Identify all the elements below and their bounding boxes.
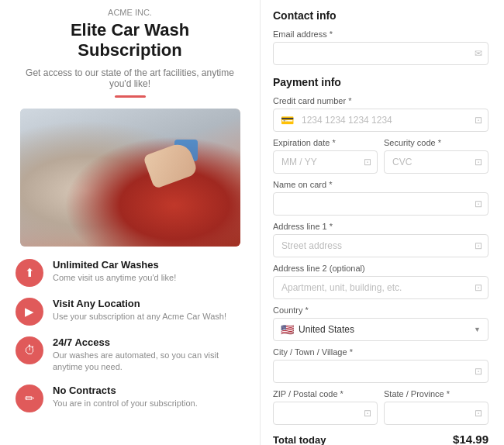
card-number-wrapper: 💳 ⊡ [273, 109, 488, 132]
address1-label: Address line 1 * [273, 222, 488, 231]
right-panel: Contact info Email address * ✉ Payment i… [260, 0, 504, 445]
city-icon: ⊡ [475, 366, 482, 377]
feature-title: No Contracts [53, 385, 198, 396]
zip-icon: ⊡ [364, 408, 371, 419]
country-select-wrapper: 🇺🇸 United States Canada United Kingdom A… [273, 318, 488, 341]
address1-icon: ⊡ [475, 240, 482, 251]
total-amount: $14.99 [453, 433, 488, 445]
features-list: ⬆ Unlimited Car Washes Come visit us any… [16, 259, 244, 412]
city-label: City / Town / Village * [273, 347, 488, 357]
feature-desc: You are in control of your subscription. [53, 398, 198, 409]
state-label: State / Province * [384, 389, 488, 398]
expiry-security-row: Expiration date * ⊡ Security code * ⊡ [273, 132, 488, 174]
list-item: ✏ No Contracts You are in control of you… [16, 385, 244, 412]
flag-icon: 🇺🇸 [281, 323, 294, 336]
security-input[interactable] [384, 150, 488, 174]
email-field-wrapper: ✉ [273, 42, 488, 65]
feature-desc: Come visit us anytime you'd like! [53, 272, 176, 284]
expiry-input[interactable] [273, 150, 378, 174]
card-input-icon: ⊡ [475, 115, 482, 126]
payment-section-label: Payment info [273, 76, 488, 88]
country-select[interactable]: United States Canada United Kingdom Aust… [273, 318, 488, 341]
name-icon: ⊡ [475, 198, 482, 209]
card-number-label: Credit card number * [273, 96, 488, 105]
list-item: ▶ Visit Any Location Use your subscripti… [16, 298, 244, 326]
zip-input[interactable] [273, 402, 378, 425]
zip-label: ZIP / Postal code * [273, 389, 378, 398]
city-input[interactable] [273, 360, 488, 383]
feature-title: Visit Any Location [53, 298, 226, 309]
email-icon: ✉ [475, 48, 482, 59]
email-input[interactable] [273, 42, 488, 65]
email-label: Email address * [273, 29, 488, 39]
feature-desc: Use your subscription at any Acme Car Wa… [53, 311, 226, 323]
zip-state-row: ZIP / Postal code * ⊡ State / Province *… [273, 383, 488, 425]
unlimited-icon: ⬆ [16, 259, 43, 287]
clock-icon: ⏱ [16, 336, 43, 364]
totals-row: Total today $14.99 [273, 433, 488, 445]
country-label: Country * [273, 305, 488, 315]
card-number-input[interactable] [273, 109, 488, 132]
address2-label: Address line 2 (optional) [273, 264, 488, 273]
list-item: ⏱ 24/7 Access Our washes are automated, … [16, 336, 244, 374]
feature-title: Unlimited Car Washes [53, 259, 176, 271]
credit-card-icon: 💳 [281, 114, 294, 126]
feature-title: 24/7 Access [53, 336, 244, 348]
feature-desc: Our washes are automated, so you can vis… [53, 350, 244, 374]
address2-icon: ⊡ [475, 282, 482, 293]
state-icon: ⊡ [475, 408, 482, 419]
car-image [20, 109, 240, 247]
list-item: ⬆ Unlimited Car Washes Come visit us any… [16, 259, 244, 287]
title-divider [115, 95, 146, 98]
security-icon: ⊡ [475, 157, 482, 167]
contracts-icon: ✏ [16, 385, 43, 412]
state-input[interactable] [384, 402, 488, 425]
contact-section-label: Contact info [273, 9, 488, 22]
expiry-icon: ⊡ [364, 157, 371, 167]
service-subtitle: Get access to our state of the art facil… [16, 67, 244, 89]
address1-input[interactable] [273, 234, 488, 257]
total-label: Total today [273, 434, 326, 445]
name-input[interactable] [273, 192, 488, 216]
location-icon: ▶ [16, 298, 43, 326]
address2-input[interactable] [273, 276, 488, 299]
expiry-label: Expiration date * [273, 138, 378, 147]
name-label: Name on card * [273, 180, 488, 189]
brand-name: ACME INC. [16, 8, 244, 17]
security-label: Security code * [384, 138, 488, 147]
service-title: Elite Car WashSubscription [16, 20, 244, 61]
left-panel: ACME INC. Elite Car WashSubscription Get… [0, 0, 260, 445]
